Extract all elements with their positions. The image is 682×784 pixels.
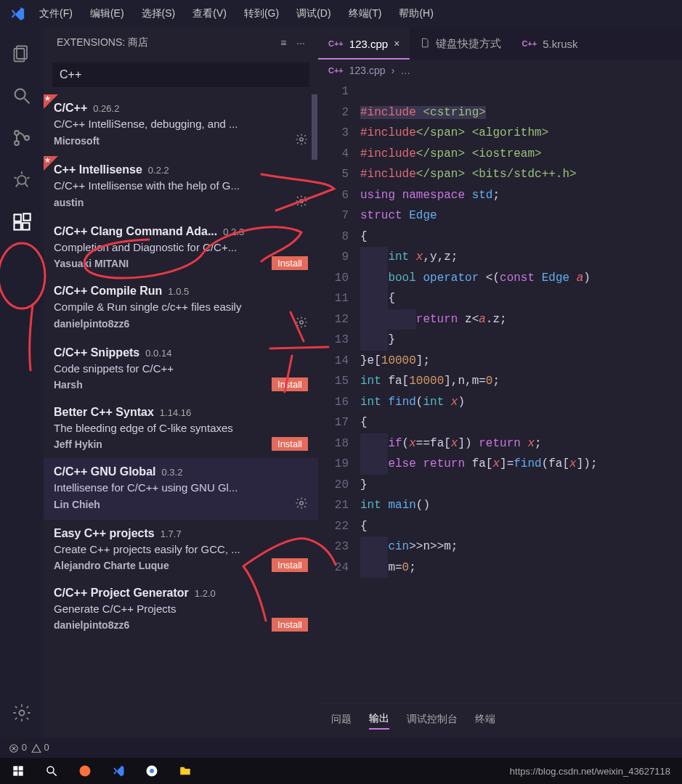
gear-icon[interactable]: [295, 133, 308, 149]
svg-point-17: [20, 711, 25, 716]
extension-version: 0.26.2: [93, 103, 119, 114]
vscode-taskbar-icon[interactable]: [103, 759, 134, 783]
warnings-status[interactable]: 0: [31, 742, 49, 754]
extension-version: 0.3.2: [161, 467, 182, 478]
file-icon: [420, 38, 430, 50]
menu-debug[interactable]: 调试(D): [288, 4, 339, 23]
menu-help[interactable]: 帮助(H): [390, 4, 442, 23]
breadcrumb[interactable]: C++ 123.cpp › …: [318, 60, 682, 81]
extension-author: Lin Chieh: [54, 499, 100, 510]
gear-icon[interactable]: [295, 195, 308, 211]
debug-icon[interactable]: [4, 163, 39, 197]
settings-icon[interactable]: [4, 695, 39, 730]
star-badge: [44, 94, 58, 109]
search-icon[interactable]: [4, 78, 39, 113]
more-icon[interactable]: ···: [296, 37, 305, 49]
panel: 问题 输出 调试控制台 终端: [318, 703, 682, 738]
svg-line-30: [53, 772, 57, 776]
extension-version: 1.7.7: [161, 528, 182, 539]
svg-point-21: [300, 502, 304, 505]
close-icon[interactable]: ×: [394, 38, 399, 49]
panel-output[interactable]: 输出: [369, 712, 389, 730]
svg-point-19: [300, 200, 304, 203]
extension-item[interactable]: C/C++ Snippets0.0.14Code snippets for C/…: [44, 339, 318, 399]
extension-description: Compile & Run single c/c++ files easily: [54, 301, 308, 313]
extension-author: austin: [54, 197, 84, 208]
extension-name: Better C++ Syntax: [54, 406, 154, 419]
firefox-icon[interactable]: [70, 759, 100, 783]
extension-author: Harsh: [54, 379, 83, 391]
install-button[interactable]: Install: [272, 558, 308, 572]
extension-name: C/C++ Clang Command Ada...: [54, 225, 217, 238]
extension-item[interactable]: C++ Intellisense0.2.2C/C++ Intellisense …: [44, 156, 318, 218]
svg-rect-13: [15, 215, 21, 221]
menu-select[interactable]: 选择(S): [133, 4, 184, 23]
menu-file[interactable]: 文件(F): [31, 4, 81, 23]
extension-item[interactable]: C/C++ Clang Command Ada...0.2.3Completio…: [44, 218, 318, 277]
tab-123-cpp[interactable]: C++ 123.cpp ×: [318, 28, 410, 60]
extension-item[interactable]: C/C++ Project Generator1.2.0Generate C/C…: [44, 579, 318, 639]
sidebar-title: EXTENSIONS: 商店: [57, 36, 148, 49]
svg-point-4: [15, 131, 19, 135]
editor-area: C++ 123.cpp × 键盘快捷方式 C++ 5.krusk C++ 123…: [318, 28, 682, 738]
extension-list[interactable]: C/C++0.26.2C/C++ IntelliSense, debugging…: [44, 94, 318, 738]
panel-terminal[interactable]: 终端: [475, 713, 495, 729]
cpp-icon: C++: [521, 39, 537, 48]
extension-version: 1.14.16: [160, 407, 191, 418]
svg-rect-25: [13, 766, 17, 770]
extension-name: C/C++ Compile Run: [54, 285, 162, 298]
menu-terminal[interactable]: 终端(T): [340, 4, 391, 23]
svg-point-6: [25, 136, 29, 140]
extensions-icon[interactable]: [4, 205, 39, 240]
svg-point-2: [15, 89, 25, 99]
gear-icon[interactable]: [295, 497, 308, 513]
svg-rect-28: [19, 772, 23, 776]
extension-author: Yasuaki MITANI: [54, 258, 129, 269]
extension-item[interactable]: C/C++ GNU Global0.3.2Intellisense for C/…: [44, 458, 318, 520]
gear-icon[interactable]: [295, 316, 308, 332]
svg-rect-27: [13, 772, 17, 776]
start-icon[interactable]: [3, 759, 33, 783]
extension-description: C/C++ IntelliSense, debugging, and ...: [54, 118, 308, 130]
extension-item[interactable]: C/C++ Compile Run1.0.5Compile & Run sing…: [44, 277, 318, 339]
explorer-icon[interactable]: [4, 36, 39, 71]
install-button[interactable]: Install: [272, 437, 308, 451]
cpp-icon: C++: [328, 39, 344, 48]
menu-view[interactable]: 查看(V): [184, 4, 235, 23]
menu-edit[interactable]: 编辑(E): [81, 4, 133, 23]
svg-line-11: [16, 184, 18, 187]
panel-problems[interactable]: 问题: [331, 713, 352, 729]
extension-description: Create C++ projects easily for GCC, ...: [54, 543, 308, 555]
extension-search-input[interactable]: [52, 62, 309, 87]
extension-version: 1.0.5: [168, 286, 189, 297]
chrome-icon[interactable]: [137, 759, 167, 783]
explorer-taskbar-icon[interactable]: [170, 759, 200, 783]
svg-rect-26: [19, 766, 23, 770]
svg-point-5: [15, 141, 19, 145]
taskbar-search-icon[interactable]: [36, 759, 67, 783]
extension-item[interactable]: C/C++0.26.2C/C++ IntelliSense, debugging…: [44, 94, 318, 156]
extension-name: C/C++ GNU Global: [54, 465, 155, 478]
install-button[interactable]: Install: [272, 377, 308, 391]
extension-name: Easy C++ projects: [54, 527, 155, 540]
code-editor[interactable]: 123456789101112131415161718192021222324 …: [318, 81, 682, 703]
filter-icon[interactable]: ≡: [280, 37, 286, 49]
menu-goto[interactable]: 转到(G): [235, 4, 288, 23]
tab-keyboard-shortcuts[interactable]: 键盘快捷方式: [410, 28, 511, 60]
status-bar: 0 0: [0, 738, 682, 758]
svg-line-9: [15, 178, 17, 179]
install-button[interactable]: Install: [272, 618, 308, 632]
extension-description: Code snippets for C/C++: [54, 362, 308, 375]
watermark: https://blog.csdn.net/weixin_43627118: [510, 766, 679, 777]
install-button[interactable]: Install: [272, 256, 308, 270]
svg-line-12: [25, 184, 28, 187]
tab-kruskal[interactable]: C++ 5.krusk: [511, 28, 588, 60]
extension-version: 0.2.3: [223, 226, 244, 237]
scm-icon[interactable]: [4, 121, 39, 155]
panel-debug-console[interactable]: 调试控制台: [407, 713, 458, 729]
errors-status[interactable]: 0: [9, 742, 27, 754]
extension-description: Generate C/C++ Projects: [54, 603, 308, 615]
menubar: 文件(F) 编辑(E) 选择(S) 查看(V) 转到(G) 调试(D) 终端(T…: [0, 0, 682, 28]
extension-item[interactable]: Better C++ Syntax1.14.16The bleeding edg…: [44, 399, 318, 458]
extension-item[interactable]: Easy C++ projects1.7.7Create C++ project…: [44, 520, 318, 579]
